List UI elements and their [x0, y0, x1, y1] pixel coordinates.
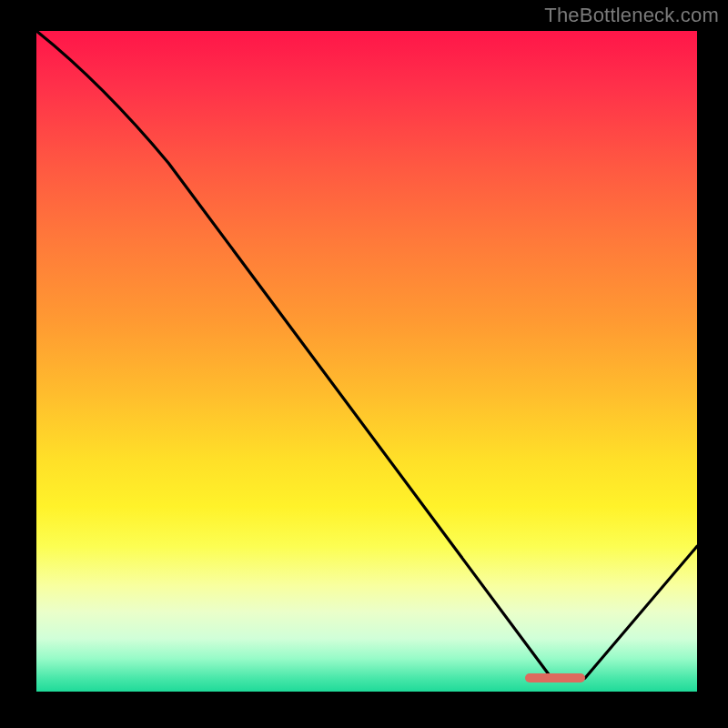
optimal-range-marker [525, 673, 584, 682]
bottleneck-curve-plot [36, 31, 697, 692]
bottleneck-curve [36, 31, 697, 680]
attribution-label: TheBottleneck.com [544, 4, 719, 27]
chart-frame: TheBottleneck.com [0, 0, 728, 728]
